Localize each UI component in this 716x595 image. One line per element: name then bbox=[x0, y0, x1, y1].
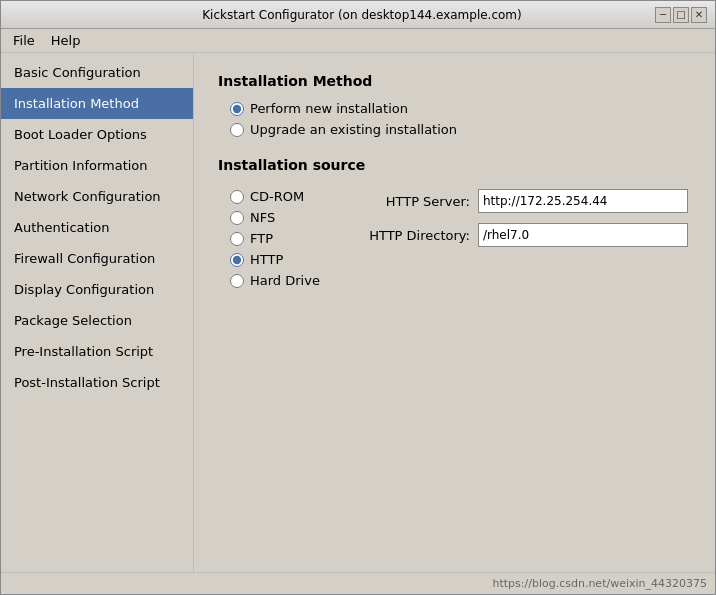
http-directory-input[interactable] bbox=[478, 223, 688, 247]
radio-row-hard-drive: Hard Drive bbox=[230, 273, 320, 288]
installation-method-title: Installation Method bbox=[218, 73, 691, 89]
radio-row-ftp: FTP bbox=[230, 231, 320, 246]
sidebar-item-firewall-config[interactable]: Firewall Configuration bbox=[1, 243, 193, 274]
sidebar-item-pre-install[interactable]: Pre-Installation Script bbox=[1, 336, 193, 367]
radio-row-new-install: Perform new installation bbox=[230, 101, 691, 116]
label-upgrade[interactable]: Upgrade an existing installation bbox=[250, 122, 457, 137]
radio-nfs[interactable] bbox=[230, 211, 244, 225]
field-row-http-server: HTTP Server: bbox=[350, 189, 688, 213]
sidebar-item-installation-method[interactable]: Installation Method bbox=[1, 88, 193, 119]
http-directory-label: HTTP Directory: bbox=[350, 228, 470, 243]
menu-file[interactable]: File bbox=[5, 31, 43, 50]
label-http[interactable]: HTTP bbox=[250, 252, 283, 267]
radio-row-upgrade: Upgrade an existing installation bbox=[230, 122, 691, 137]
label-nfs[interactable]: NFS bbox=[250, 210, 275, 225]
field-row-http-directory: HTTP Directory: bbox=[350, 223, 688, 247]
source-fields: HTTP Server: HTTP Directory: bbox=[350, 189, 688, 294]
installation-source-section: Installation source CD-ROM NFS bbox=[218, 157, 691, 294]
bottom-bar: https://blog.csdn.net/weixin_44320375 bbox=[1, 572, 715, 594]
radio-row-cdrom: CD-ROM bbox=[230, 189, 320, 204]
menu-help[interactable]: Help bbox=[43, 31, 89, 50]
watermark-text: https://blog.csdn.net/weixin_44320375 bbox=[492, 577, 707, 590]
content-area: Installation Method Perform new installa… bbox=[194, 53, 715, 572]
radio-hard-drive[interactable] bbox=[230, 274, 244, 288]
sidebar-item-partition-info[interactable]: Partition Information bbox=[1, 150, 193, 181]
label-hard-drive[interactable]: Hard Drive bbox=[250, 273, 320, 288]
sidebar-item-basic-config[interactable]: Basic Configuration bbox=[1, 57, 193, 88]
close-button[interactable]: ✕ bbox=[691, 7, 707, 23]
radio-cdrom[interactable] bbox=[230, 190, 244, 204]
main-content: Basic Configuration Installation Method … bbox=[1, 53, 715, 572]
maximize-button[interactable]: □ bbox=[673, 7, 689, 23]
title-bar-buttons: ─ □ ✕ bbox=[655, 7, 707, 23]
label-new-install[interactable]: Perform new installation bbox=[250, 101, 408, 116]
main-window: Kickstart Configurator (on desktop144.ex… bbox=[0, 0, 716, 595]
installation-method-options: Perform new installation Upgrade an exis… bbox=[230, 101, 691, 137]
label-ftp[interactable]: FTP bbox=[250, 231, 273, 246]
sidebar-item-package-selection[interactable]: Package Selection bbox=[1, 305, 193, 336]
radio-upgrade[interactable] bbox=[230, 123, 244, 137]
source-options: CD-ROM NFS FTP HTTP bbox=[230, 189, 320, 294]
radio-http[interactable] bbox=[230, 253, 244, 267]
source-layout: CD-ROM NFS FTP HTTP bbox=[218, 185, 691, 294]
http-server-label: HTTP Server: bbox=[350, 194, 470, 209]
sidebar-item-post-install[interactable]: Post-Installation Script bbox=[1, 367, 193, 398]
sidebar-item-display-config[interactable]: Display Configuration bbox=[1, 274, 193, 305]
radio-new-install[interactable] bbox=[230, 102, 244, 116]
sidebar: Basic Configuration Installation Method … bbox=[1, 53, 194, 572]
label-cdrom[interactable]: CD-ROM bbox=[250, 189, 304, 204]
radio-row-nfs: NFS bbox=[230, 210, 320, 225]
installation-source-title: Installation source bbox=[218, 157, 691, 173]
radio-ftp[interactable] bbox=[230, 232, 244, 246]
sidebar-item-boot-loader[interactable]: Boot Loader Options bbox=[1, 119, 193, 150]
sidebar-item-authentication[interactable]: Authentication bbox=[1, 212, 193, 243]
installation-method-section: Installation Method Perform new installa… bbox=[218, 73, 691, 137]
sidebar-item-network-config[interactable]: Network Configuration bbox=[1, 181, 193, 212]
http-server-input[interactable] bbox=[478, 189, 688, 213]
window-title: Kickstart Configurator (on desktop144.ex… bbox=[69, 8, 655, 22]
title-bar: Kickstart Configurator (on desktop144.ex… bbox=[1, 1, 715, 29]
radio-row-http: HTTP bbox=[230, 252, 320, 267]
menu-bar: File Help bbox=[1, 29, 715, 53]
minimize-button[interactable]: ─ bbox=[655, 7, 671, 23]
